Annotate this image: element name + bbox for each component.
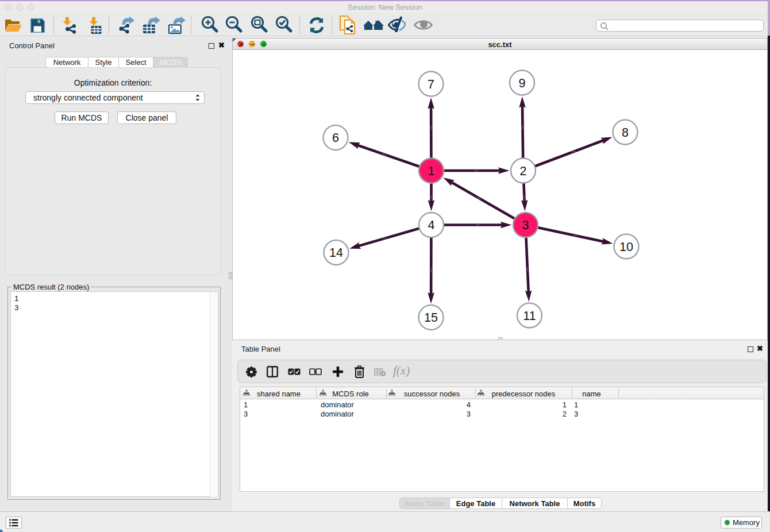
svg-text:6: 6 xyxy=(332,131,339,145)
svg-text:14: 14 xyxy=(329,246,343,260)
svg-text:3: 3 xyxy=(522,218,529,232)
svg-text:8: 8 xyxy=(622,126,629,140)
svg-text:7: 7 xyxy=(428,78,434,91)
svg-text:4: 4 xyxy=(428,218,435,232)
svg-text:15: 15 xyxy=(424,311,438,325)
svg-text:2: 2 xyxy=(520,164,527,178)
svg-text:10: 10 xyxy=(619,240,633,254)
svg-text:11: 11 xyxy=(523,309,536,323)
svg-text:9: 9 xyxy=(519,76,526,90)
svg-text:1: 1 xyxy=(428,164,435,178)
